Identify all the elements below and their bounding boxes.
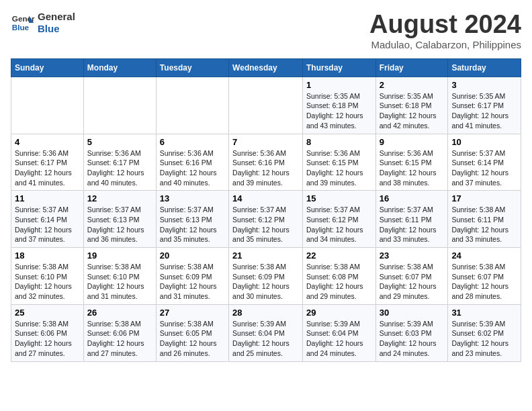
day-number: 7 (232, 137, 299, 147)
day-info: Sunrise: 5:38 AM Sunset: 6:10 PM Dayligh… (87, 262, 152, 302)
day-number: 11 (15, 193, 80, 203)
weekday-header-saturday: Saturday (448, 58, 521, 77)
day-number: 1 (306, 80, 372, 90)
day-info: Sunrise: 5:35 AM Sunset: 6:18 PM Dayligh… (306, 91, 372, 131)
day-info: Sunrise: 5:36 AM Sunset: 6:15 PM Dayligh… (380, 148, 445, 188)
weekday-header-tuesday: Tuesday (156, 58, 228, 77)
calendar-body: 1Sunrise: 5:35 AM Sunset: 6:18 PM Daylig… (11, 77, 521, 361)
day-number: 31 (451, 308, 517, 318)
day-number: 30 (380, 308, 445, 318)
calendar-cell: 3Sunrise: 5:35 AM Sunset: 6:17 PM Daylig… (448, 77, 521, 134)
calendar-cell: 25Sunrise: 5:38 AM Sunset: 6:06 PM Dayli… (11, 304, 84, 361)
calendar-cell: 4Sunrise: 5:36 AM Sunset: 6:17 PM Daylig… (11, 134, 84, 191)
day-number: 4 (15, 137, 80, 147)
day-info: Sunrise: 5:36 AM Sunset: 6:17 PM Dayligh… (87, 148, 152, 188)
day-number: 6 (160, 137, 225, 147)
day-number: 20 (160, 250, 225, 261)
calendar-week-4: 18Sunrise: 5:38 AM Sunset: 6:10 PM Dayli… (11, 248, 521, 305)
calendar-cell: 14Sunrise: 5:37 AM Sunset: 6:12 PM Dayli… (229, 191, 303, 248)
calendar-cell: 24Sunrise: 5:38 AM Sunset: 6:07 PM Dayli… (448, 248, 521, 305)
logo-icon: General Blue (11, 11, 35, 35)
day-info: Sunrise: 5:39 AM Sunset: 6:03 PM Dayligh… (380, 319, 445, 359)
calendar-cell: 8Sunrise: 5:36 AM Sunset: 6:15 PM Daylig… (302, 134, 375, 191)
weekday-header-monday: Monday (83, 58, 156, 77)
day-number: 9 (380, 137, 445, 147)
calendar-cell: 12Sunrise: 5:37 AM Sunset: 6:13 PM Dayli… (83, 191, 156, 248)
calendar-cell: 13Sunrise: 5:37 AM Sunset: 6:13 PM Dayli… (156, 191, 228, 248)
day-number: 2 (380, 80, 445, 90)
day-number: 5 (87, 137, 152, 147)
calendar-header: SundayMondayTuesdayWednesdayThursdayFrid… (11, 58, 521, 77)
calendar-cell: 27Sunrise: 5:38 AM Sunset: 6:05 PM Dayli… (156, 304, 228, 361)
calendar-week-5: 25Sunrise: 5:38 AM Sunset: 6:06 PM Dayli… (11, 304, 521, 361)
weekday-header-wednesday: Wednesday (229, 58, 303, 77)
day-info: Sunrise: 5:35 AM Sunset: 6:18 PM Dayligh… (380, 91, 445, 131)
calendar-cell: 17Sunrise: 5:38 AM Sunset: 6:11 PM Dayli… (448, 191, 521, 248)
day-info: Sunrise: 5:36 AM Sunset: 6:16 PM Dayligh… (160, 148, 225, 188)
day-number: 3 (451, 80, 517, 90)
day-info: Sunrise: 5:36 AM Sunset: 6:17 PM Dayligh… (15, 148, 80, 188)
day-info: Sunrise: 5:37 AM Sunset: 6:13 PM Dayligh… (87, 205, 152, 244)
day-info: Sunrise: 5:39 AM Sunset: 6:04 PM Dayligh… (306, 319, 372, 359)
calendar-cell: 5Sunrise: 5:36 AM Sunset: 6:17 PM Daylig… (83, 134, 156, 191)
day-info: Sunrise: 5:36 AM Sunset: 6:16 PM Dayligh… (232, 148, 299, 188)
title-block: August 2024 Madulao, Calabarzon, Philipp… (369, 11, 521, 50)
day-number: 17 (451, 193, 517, 203)
day-number: 24 (451, 250, 517, 261)
calendar-cell: 18Sunrise: 5:38 AM Sunset: 6:10 PM Dayli… (11, 248, 84, 305)
svg-text:Blue: Blue (12, 23, 30, 32)
day-info: Sunrise: 5:38 AM Sunset: 6:06 PM Dayligh… (87, 319, 152, 359)
calendar-cell: 23Sunrise: 5:38 AM Sunset: 6:07 PM Dayli… (375, 248, 448, 305)
day-number: 14 (232, 193, 299, 203)
day-number: 27 (160, 308, 225, 318)
calendar-cell: 11Sunrise: 5:37 AM Sunset: 6:14 PM Dayli… (11, 191, 84, 248)
calendar-cell: 28Sunrise: 5:39 AM Sunset: 6:04 PM Dayli… (229, 304, 303, 361)
day-info: Sunrise: 5:37 AM Sunset: 6:11 PM Dayligh… (380, 205, 445, 244)
main-title: August 2024 (369, 11, 521, 39)
day-number: 8 (306, 137, 372, 147)
page-header: General Blue General Blue August 2024 Ma… (11, 11, 521, 50)
calendar-cell (229, 77, 303, 134)
weekday-header-friday: Friday (375, 58, 448, 77)
day-info: Sunrise: 5:37 AM Sunset: 6:14 PM Dayligh… (15, 205, 80, 244)
calendar-cell (156, 77, 228, 134)
calendar-cell: 26Sunrise: 5:38 AM Sunset: 6:06 PM Dayli… (83, 304, 156, 361)
day-number: 18 (15, 250, 80, 261)
weekday-header-thursday: Thursday (302, 58, 375, 77)
day-number: 10 (451, 137, 517, 147)
calendar-cell: 16Sunrise: 5:37 AM Sunset: 6:11 PM Dayli… (375, 191, 448, 248)
calendar-cell: 31Sunrise: 5:39 AM Sunset: 6:02 PM Dayli… (448, 304, 521, 361)
day-info: Sunrise: 5:39 AM Sunset: 6:02 PM Dayligh… (451, 319, 517, 359)
day-info: Sunrise: 5:37 AM Sunset: 6:12 PM Dayligh… (306, 205, 372, 244)
calendar-week-3: 11Sunrise: 5:37 AM Sunset: 6:14 PM Dayli… (11, 191, 521, 248)
day-info: Sunrise: 5:38 AM Sunset: 6:08 PM Dayligh… (306, 262, 372, 302)
subtitle: Madulao, Calabarzon, Philippines (369, 39, 521, 50)
day-info: Sunrise: 5:39 AM Sunset: 6:04 PM Dayligh… (232, 319, 299, 359)
calendar-cell: 20Sunrise: 5:38 AM Sunset: 6:09 PM Dayli… (156, 248, 228, 305)
logo-line2: Blue (38, 23, 75, 35)
day-info: Sunrise: 5:38 AM Sunset: 6:07 PM Dayligh… (451, 262, 517, 302)
day-info: Sunrise: 5:38 AM Sunset: 6:07 PM Dayligh… (380, 262, 445, 302)
calendar-week-1: 1Sunrise: 5:35 AM Sunset: 6:18 PM Daylig… (11, 77, 521, 134)
logo: General Blue General Blue (11, 11, 75, 35)
calendar-cell: 21Sunrise: 5:38 AM Sunset: 6:09 PM Dayli… (229, 248, 303, 305)
day-info: Sunrise: 5:38 AM Sunset: 6:09 PM Dayligh… (232, 262, 299, 302)
day-number: 23 (380, 250, 445, 261)
day-number: 15 (306, 193, 372, 203)
day-info: Sunrise: 5:38 AM Sunset: 6:09 PM Dayligh… (160, 262, 225, 302)
day-info: Sunrise: 5:38 AM Sunset: 6:11 PM Dayligh… (451, 205, 517, 244)
calendar-cell: 30Sunrise: 5:39 AM Sunset: 6:03 PM Dayli… (375, 304, 448, 361)
calendar-cell (11, 77, 84, 134)
day-number: 16 (380, 193, 445, 203)
day-info: Sunrise: 5:38 AM Sunset: 6:05 PM Dayligh… (160, 319, 225, 359)
day-info: Sunrise: 5:36 AM Sunset: 6:15 PM Dayligh… (306, 148, 372, 188)
calendar-cell: 9Sunrise: 5:36 AM Sunset: 6:15 PM Daylig… (375, 134, 448, 191)
calendar-cell: 2Sunrise: 5:35 AM Sunset: 6:18 PM Daylig… (375, 77, 448, 134)
logo-line1: General (38, 11, 75, 23)
day-info: Sunrise: 5:37 AM Sunset: 6:13 PM Dayligh… (160, 205, 225, 244)
day-info: Sunrise: 5:38 AM Sunset: 6:10 PM Dayligh… (15, 262, 80, 302)
weekday-header-row: SundayMondayTuesdayWednesdayThursdayFrid… (11, 58, 521, 77)
calendar-cell: 15Sunrise: 5:37 AM Sunset: 6:12 PM Dayli… (302, 191, 375, 248)
calendar-cell: 29Sunrise: 5:39 AM Sunset: 6:04 PM Dayli… (302, 304, 375, 361)
calendar-cell: 1Sunrise: 5:35 AM Sunset: 6:18 PM Daylig… (302, 77, 375, 134)
